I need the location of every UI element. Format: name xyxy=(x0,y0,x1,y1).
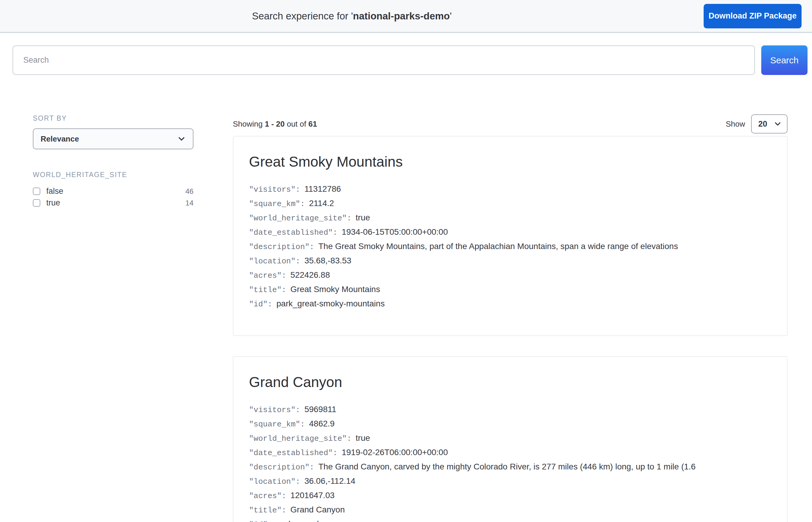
field-row: square_km4862.9 xyxy=(249,417,771,431)
field-key: square_km xyxy=(249,420,305,429)
field-value: Grand Canyon xyxy=(290,505,345,514)
field-value: The Great Smoky Mountains, part of the A… xyxy=(318,242,678,251)
showing-out-of: out of xyxy=(285,119,308,128)
field-key: acres xyxy=(249,491,286,501)
sort-by-label: SORT BY xyxy=(33,114,193,122)
field-row: acres1201647.03 xyxy=(249,489,771,503)
field-row: descriptionThe Great Smoky Mountains, pa… xyxy=(249,240,771,254)
field-row: square_km2114.2 xyxy=(249,197,771,211)
sidebar: SORT BY Relevance WORLD_HERITAGE_SITE fa… xyxy=(33,114,193,522)
field-row: date_established1934-06-15T05:00:00+00:0… xyxy=(249,225,771,240)
field-key: visitors xyxy=(249,185,300,194)
field-value: 1201647.03 xyxy=(290,490,335,500)
field-key: location xyxy=(249,477,300,486)
field-key: title xyxy=(249,506,286,515)
facets-container: WORLD_HERITAGE_SITE false 46 true 14 xyxy=(33,171,193,209)
page-title-suffix: ' xyxy=(450,11,452,21)
field-value: Great Smoky Mountains xyxy=(290,285,380,294)
result-card: Great Smoky Mountains visitors11312786 s… xyxy=(233,136,788,336)
field-row: idpark_great-smoky-mountains xyxy=(249,297,771,312)
field-value: true xyxy=(356,213,370,222)
field-value: park_great-smoky-mountains xyxy=(276,299,385,308)
field-row: world_heritage_sitetrue xyxy=(249,211,771,225)
facet-checkbox[interactable] xyxy=(33,187,40,195)
field-value: 35.68,-83.53 xyxy=(305,256,351,265)
facet-title: WORLD_HERITAGE_SITE xyxy=(33,171,193,179)
download-zip-button[interactable]: Download ZIP Package xyxy=(704,4,801,28)
show-label: Show xyxy=(726,119,745,129)
page-title: Search experience for 'national-parks-de… xyxy=(0,11,704,22)
results-meta: Showing 1 - 20 out of 61 Show 20 xyxy=(233,114,788,134)
field-value: true xyxy=(356,433,370,443)
field-key: description xyxy=(249,463,314,472)
chevron-down-icon xyxy=(177,134,186,144)
search-button[interactable]: Search xyxy=(761,45,808,75)
field-row: idpark_grand-canyon xyxy=(249,518,771,522)
result-card: Grand Canyon visitors5969811 square_km48… xyxy=(233,356,788,522)
field-row: location35.68,-83.53 xyxy=(249,254,771,268)
field-value: 2114.2 xyxy=(309,199,334,208)
field-value: 5969811 xyxy=(305,405,336,414)
showing-prefix: Showing xyxy=(233,119,265,128)
results-panel: Showing 1 - 20 out of 61 Show 20 Great S… xyxy=(233,114,788,522)
sort-by-select[interactable]: Relevance xyxy=(33,128,193,149)
sort-by-value: Relevance xyxy=(41,134,79,144)
field-key: date_established xyxy=(249,228,337,237)
field-key: square_km xyxy=(249,200,305,208)
result-title: Grand Canyon xyxy=(249,374,771,390)
engine-name: national-parks-demo xyxy=(353,11,450,21)
field-key: date_established xyxy=(249,448,337,458)
field-row: location36.06,-112.14 xyxy=(249,475,771,489)
field-value: 36.06,-112.14 xyxy=(305,476,356,486)
facet-option-count: 14 xyxy=(185,199,193,207)
field-key: world_heritage_site xyxy=(249,434,351,443)
field-key: id xyxy=(249,520,272,522)
showing-range: 1 - 20 xyxy=(265,119,285,128)
field-value: 1934-06-15T05:00:00+00:00 xyxy=(341,227,448,237)
field-row: acres522426.88 xyxy=(249,268,771,283)
search-bar: Search xyxy=(0,33,812,75)
facet-options: false 46 true 14 xyxy=(33,185,193,209)
page-title-prefix: Search experience for ' xyxy=(252,11,353,21)
field-row: titleGrand Canyon xyxy=(249,503,771,518)
field-row: date_established1919-02-26T06:00:00+00:0… xyxy=(249,446,771,460)
field-key: acres xyxy=(249,271,286,280)
field-row: visitors11312786 xyxy=(249,182,771,197)
field-value: 11312786 xyxy=(305,184,341,194)
search-input[interactable] xyxy=(13,45,755,75)
facet-option-count: 46 xyxy=(185,187,193,196)
page-size-select[interactable]: 20 xyxy=(751,114,788,134)
result-fields: visitors11312786 square_km2114.2 world_h… xyxy=(249,182,771,312)
field-key: description xyxy=(249,242,314,252)
field-key: location xyxy=(249,257,300,266)
field-value: park_grand-canyon xyxy=(276,519,348,522)
page-size-control: Show 20 xyxy=(726,114,788,134)
field-row: world_heritage_sitetrue xyxy=(249,431,771,446)
field-value: The Grand Canyon, carved by the mighty C… xyxy=(318,462,695,471)
showing-total: 61 xyxy=(308,119,317,128)
result-fields: visitors5969811 square_km4862.9 world_he… xyxy=(249,403,771,522)
field-value: 1919-02-26T06:00:00+00:00 xyxy=(341,448,448,457)
facet-option-label: false xyxy=(46,187,63,196)
facet-checkbox[interactable] xyxy=(33,199,40,207)
field-row: titleGreat Smoky Mountains xyxy=(249,283,771,297)
facet-option[interactable]: true 14 xyxy=(33,197,193,209)
results-list: Great Smoky Mountains visitors11312786 s… xyxy=(233,136,788,522)
result-title: Great Smoky Mountains xyxy=(249,154,771,170)
field-value: 4862.9 xyxy=(309,419,335,428)
field-key: id xyxy=(249,300,272,309)
page-size-value: 20 xyxy=(758,119,767,129)
header: Search experience for 'national-parks-de… xyxy=(0,0,812,33)
field-value: 522426.88 xyxy=(290,270,330,280)
field-key: title xyxy=(249,285,286,295)
field-key: world_heritage_site xyxy=(249,214,351,223)
facet-group: WORLD_HERITAGE_SITE false 46 true 14 xyxy=(33,171,193,209)
field-key: visitors xyxy=(249,405,300,415)
content: SORT BY Relevance WORLD_HERITAGE_SITE fa… xyxy=(0,114,812,522)
showing-text: Showing 1 - 20 out of 61 xyxy=(233,119,317,129)
chevron-down-icon xyxy=(773,119,782,128)
facet-option[interactable]: false 46 xyxy=(33,185,193,197)
field-row: descriptionThe Grand Canyon, carved by t… xyxy=(249,460,771,475)
field-row: visitors5969811 xyxy=(249,403,771,417)
facet-option-label: true xyxy=(46,198,60,207)
